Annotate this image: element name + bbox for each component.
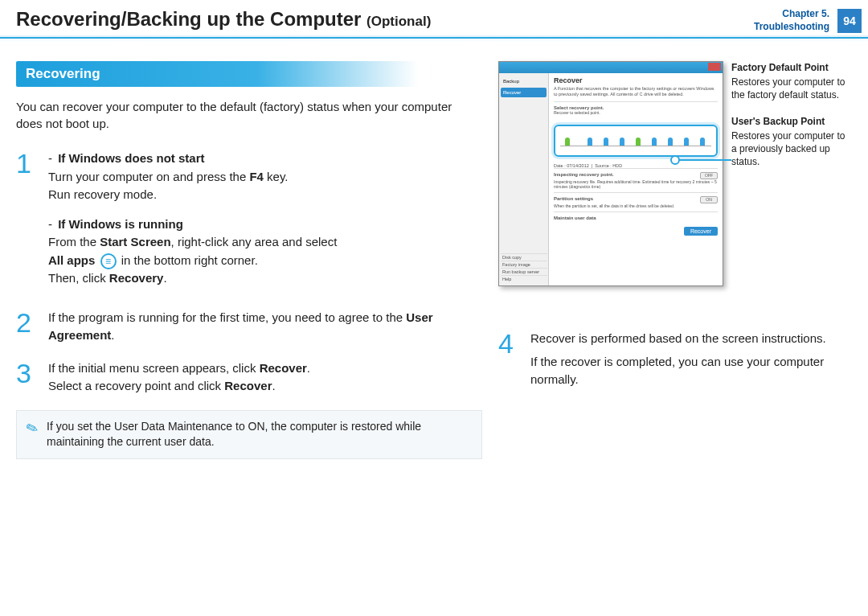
sidebar-item-backup: Backup	[501, 76, 547, 86]
page-title: Recovering/Backing up the Computer (Opti…	[16, 8, 431, 31]
right-column: Backup Recover Disk copy Factory image R…	[498, 61, 852, 459]
intro-text: You can recover your computer to the def…	[16, 98, 474, 132]
section-heading: Recovering	[16, 61, 418, 87]
callout-user-backup: User's Backup Point Restores your comput…	[731, 115, 852, 169]
callout-connector	[678, 159, 731, 161]
chapter-line2: Troubleshooting	[754, 21, 829, 34]
window-titlebar	[499, 62, 723, 73]
step-number: 4	[498, 330, 519, 389]
callouts: Factory Default Point Restores your comp…	[731, 61, 852, 181]
screenshot-sidebar: Backup Recover Disk copy Factory image R…	[499, 73, 549, 285]
page-number: 94	[837, 9, 862, 33]
title-main: Recovering/Backing up the Computer	[16, 8, 361, 30]
step-3: 3 If the initial menu screen appears, cl…	[16, 359, 482, 396]
sidebar-item-recover: Recover	[501, 88, 547, 97]
step-number: 3	[16, 359, 37, 396]
close-icon	[708, 63, 721, 71]
callout-factory-default: Factory Default Point Restores your comp…	[731, 61, 852, 102]
left-column: Recovering You can recover your computer…	[16, 61, 482, 459]
recover-button: Recover	[684, 227, 718, 236]
all-apps-icon	[100, 253, 117, 269]
note-icon: ✎	[23, 417, 42, 441]
step1-a-title: If Windows does not start	[58, 151, 204, 165]
recovery-screenshot: Backup Recover Disk copy Factory image R…	[498, 61, 723, 286]
screenshot-content: Recover A Function that recovers the com…	[549, 73, 723, 285]
chapter-line1: Chapter 5.	[754, 8, 829, 21]
step-number: 1	[16, 150, 37, 294]
title-optional: (Optional)	[366, 14, 431, 29]
step-4: 4 Recover is performed based on the scre…	[498, 330, 852, 389]
note-text: If you set the User Data Maintenance to …	[47, 419, 472, 450]
step-1: 1 - If Windows does not start Turn your …	[16, 150, 482, 294]
step-number: 2	[16, 309, 37, 345]
step-2: 2 If the program is running for the firs…	[16, 309, 482, 345]
step1-b-title: If Windows is running	[58, 217, 183, 231]
page-header: Recovering/Backing up the Computer (Opti…	[0, 0, 868, 39]
chapter-info: Chapter 5. Troubleshooting 94	[754, 8, 868, 33]
recovery-timeline	[554, 125, 718, 157]
note-box: ✎ If you set the User Data Maintenance t…	[16, 410, 482, 459]
